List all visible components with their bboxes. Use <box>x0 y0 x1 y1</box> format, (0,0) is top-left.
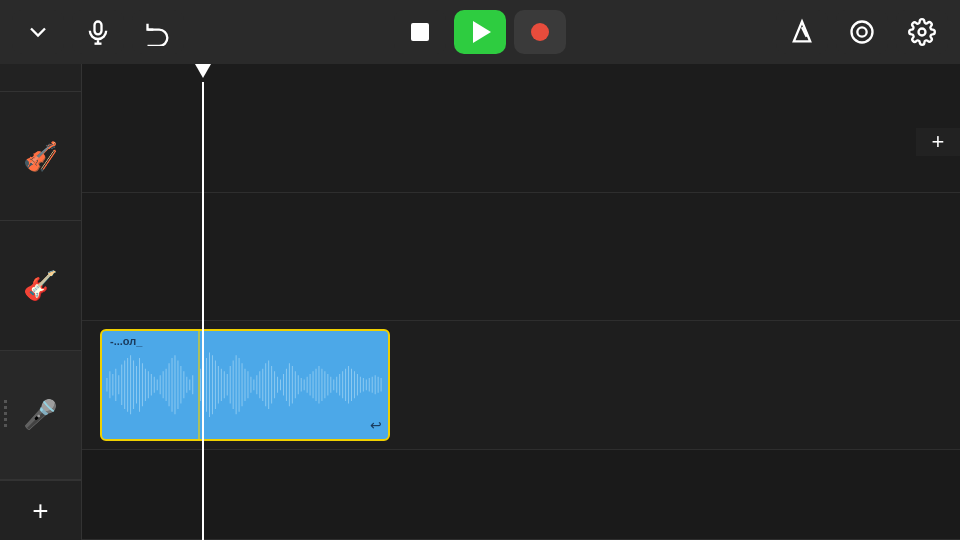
mic-timeline-row[interactable]: -...ол_ <box>82 321 960 450</box>
timeline-right: 1 9 17 25 33 41 49 + <box>82 64 960 540</box>
violin-track-header[interactable]: 🎻 <box>0 92 81 221</box>
bass-icon: 🎸 <box>23 269 58 302</box>
mic-button[interactable] <box>72 10 124 54</box>
stop-icon <box>411 23 429 41</box>
undo-icon <box>144 18 172 46</box>
tracks-area: 🎻 🎸 🎤 + 1 9 17 25 33 41 49 + <box>0 64 960 540</box>
clip-divider <box>198 331 200 439</box>
play-button[interactable] <box>454 10 506 54</box>
bass-track-header[interactable]: 🎸 <box>0 221 81 350</box>
play-icon <box>473 21 491 43</box>
stop-button[interactable] <box>394 10 446 54</box>
microphone-icon <box>84 18 112 46</box>
record-icon <box>531 23 549 41</box>
waveform <box>102 331 388 439</box>
dropdown-button[interactable] <box>12 10 64 54</box>
timeline-rows: -...ол_ <box>82 64 960 540</box>
timeline-add-button[interactable]: + <box>916 128 960 156</box>
svg-marker-3 <box>794 22 810 42</box>
violin-icon: 🎻 <box>23 140 58 173</box>
bass-timeline-row <box>82 193 960 322</box>
mic-icon: 🎤 <box>23 398 58 431</box>
violin-timeline-row <box>82 64 960 193</box>
toolbar-left <box>12 10 184 54</box>
svg-point-7 <box>919 29 926 36</box>
audio-clip[interactable]: -...ол_ <box>100 329 390 441</box>
add-track-bottom-icon: + <box>32 495 48 527</box>
chevron-down-icon <box>24 18 52 46</box>
timeline-add-icon: + <box>932 129 945 155</box>
header-spacer <box>0 64 81 92</box>
empty-timeline-row <box>82 450 960 540</box>
toolbar <box>0 0 960 64</box>
track-headers: 🎻 🎸 🎤 + <box>0 64 82 540</box>
clip-label: -...ол_ <box>110 335 142 347</box>
undo-button[interactable] <box>132 10 184 54</box>
svg-point-6 <box>857 27 866 36</box>
toolbar-right <box>776 10 948 54</box>
master-icon <box>848 18 876 46</box>
mic-track-header[interactable]: 🎤 <box>0 351 81 480</box>
metronome-icon <box>788 18 816 46</box>
waveform-svg <box>102 331 388 439</box>
gear-icon <box>908 18 936 46</box>
add-track-bottom-button[interactable]: + <box>0 480 82 540</box>
settings-button[interactable] <box>896 10 948 54</box>
clip-end-icon: ↩ <box>370 417 382 433</box>
svg-rect-0 <box>95 22 102 35</box>
toolbar-center <box>394 10 566 54</box>
record-button[interactable] <box>514 10 566 54</box>
svg-point-5 <box>852 22 873 43</box>
metronome-button[interactable] <box>776 10 828 54</box>
master-button[interactable] <box>836 10 888 54</box>
